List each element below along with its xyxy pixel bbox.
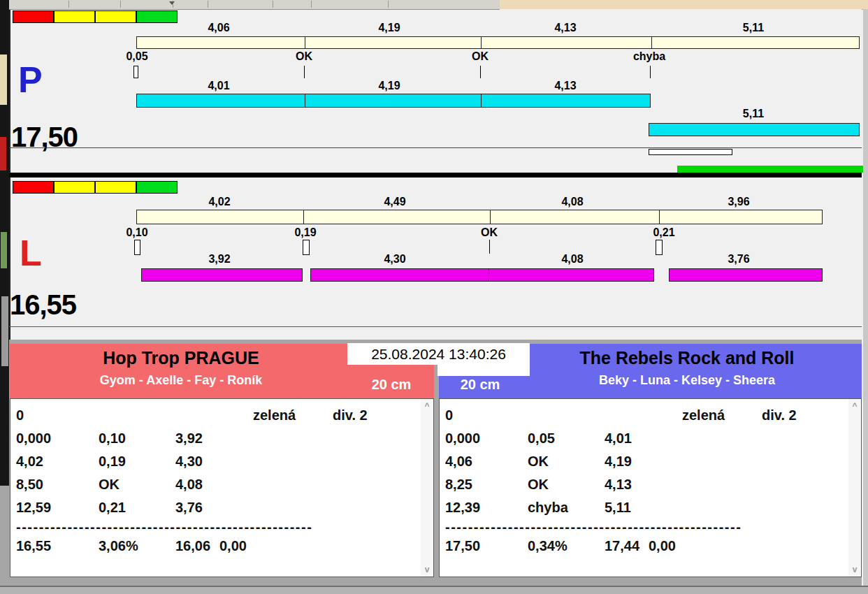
status-square-yellow — [95, 10, 136, 23]
log-row: 0 zelená div. 2 — [440, 407, 861, 426]
segment-bar-divider — [659, 210, 660, 224]
log-cell: 0 — [445, 407, 453, 423]
log-cell: 4,01 — [605, 430, 632, 447]
toolbar-segment-divider — [388, 1, 389, 8]
log-cell: 3,92 — [175, 430, 203, 447]
check-label: chyba — [614, 50, 684, 63]
scroll-down-icon[interactable]: v — [848, 565, 861, 574]
scrollbar[interactable]: ^ v — [848, 399, 861, 577]
segment-label: 4,49 — [360, 196, 430, 208]
scroll-down-icon[interactable]: v — [421, 565, 433, 574]
team-name: The Rebels Rock and Roll — [519, 348, 855, 368]
log-cell: 0,21 — [99, 500, 126, 516]
segment-bar-divider — [481, 37, 482, 48]
log-row: 0,000 0,05 4,01 — [440, 430, 861, 449]
check-tick-line — [650, 66, 651, 78]
score-log[interactable]: 0 zelená div. 2 0,000 0,05 4,01 4,06 OK … — [439, 398, 862, 577]
log-cell: 3,76 — [175, 500, 203, 516]
log-cell: 0,00 — [649, 538, 676, 554]
log-cell: 0,000 — [16, 430, 51, 447]
segment-label: 4,06 — [184, 22, 254, 34]
log-row: 12,39 chyba 5,11 — [440, 500, 861, 518]
log-cell: OK — [528, 454, 549, 470]
scrollbar[interactable]: ^ v — [421, 399, 433, 577]
time-label: 4,13 — [530, 80, 600, 92]
check-label: 0,19 — [270, 226, 340, 239]
check-label: OK — [445, 50, 515, 63]
check-tick-box — [134, 240, 140, 255]
log-row: 0 zelená div. 2 — [10, 407, 433, 426]
check-label: 0,10 — [102, 226, 172, 239]
background-window-strip — [0, 0, 9, 594]
app-window: 4,06 4,19 4,13 5,11 0,05 OK OK chyba P 4… — [0, 0, 868, 594]
segment-label: 3,96 — [704, 196, 774, 208]
log-cell: 4,06 — [445, 454, 472, 470]
status-square-red — [13, 181, 54, 194]
log-cell: div. 2 — [762, 407, 797, 423]
segment-bar-divider — [490, 210, 491, 224]
time-bar — [489, 268, 654, 282]
background-fragment — [0, 486, 9, 594]
log-cell: 4,08 — [175, 477, 203, 493]
log-row: 4,02 0,19 4,30 — [10, 454, 433, 472]
time-label: 4,08 — [537, 253, 607, 266]
team-members: Gyom - Axelle - Fay - Roník — [10, 373, 352, 388]
status-square-green — [136, 10, 178, 23]
log-divider-row: ----------------------------------------… — [10, 519, 433, 537]
section-divider — [9, 173, 862, 178]
time-bar — [136, 94, 651, 108]
time-bar-divider — [481, 94, 482, 107]
time-label: 3,92 — [185, 253, 254, 266]
log-cell: 8,25 — [445, 477, 472, 493]
team-name: Hop Trop PRAGUE — [10, 348, 352, 368]
background-titlebar — [500, 0, 868, 9]
time-label: 4,01 — [184, 80, 254, 92]
log-cell: 0 — [16, 407, 24, 423]
score-log[interactable]: 0 zelená div. 2 0,000 0,10 3,92 4,02 0,1… — [10, 398, 434, 577]
window-bottom-strip — [0, 586, 868, 594]
log-cell: ----------------------------------------… — [445, 519, 742, 535]
log-divider-row: ----------------------------------------… — [440, 519, 861, 537]
log-row: 4,06 OK 4,19 — [440, 454, 861, 472]
segment-label: 4,02 — [185, 196, 254, 208]
status-square-yellow — [95, 181, 136, 194]
toolbar-segment-divider — [273, 1, 273, 8]
log-cell: 17,44 — [605, 538, 639, 554]
log-cell: 12,59 — [16, 500, 51, 516]
time-bar — [310, 268, 489, 282]
segment-label: 4,19 — [354, 22, 424, 34]
log-cell: 0,00 — [219, 538, 247, 554]
toolbar-segment-divider — [120, 1, 121, 8]
check-tick-line — [480, 66, 481, 78]
log-cell: OK — [528, 477, 549, 493]
check-label: 0,21 — [629, 226, 699, 239]
log-cell: 17,50 — [445, 538, 480, 554]
time-label: 4,19 — [354, 80, 424, 92]
team-members: Beky - Luna - Kelsey - Sheera — [519, 373, 855, 388]
log-cell: 3,06% — [99, 538, 138, 554]
overflow-bar — [649, 123, 860, 136]
log-cell: 5,11 — [605, 500, 631, 516]
scroll-up-icon[interactable]: ^ — [848, 402, 861, 410]
segment-bar-divider — [651, 37, 652, 48]
log-totals-row: 16,55 3,06% 16,06 0,00 — [10, 538, 433, 556]
status-square-yellow — [54, 10, 95, 23]
log-cell: div. 2 — [333, 407, 368, 423]
log-cell: 0,19 — [99, 454, 126, 470]
log-cell: 4,30 — [175, 454, 203, 470]
check-tick-box — [133, 66, 138, 78]
log-cell: 16,06 — [175, 538, 210, 554]
background-fragment — [0, 137, 6, 171]
log-cell: 0,000 — [445, 430, 480, 447]
toolbar-dropdown-icon — [169, 1, 175, 5]
status-square-green — [136, 181, 178, 194]
segment-bar — [136, 36, 860, 49]
status-square-red — [13, 10, 54, 23]
log-cell: 4,13 — [605, 477, 632, 493]
panel-divider-line — [9, 147, 862, 148]
log-cell: 0,34% — [528, 538, 567, 554]
time-label: 3,76 — [704, 253, 774, 266]
background-fragment — [1, 232, 7, 268]
log-row: 12,59 0,21 3,76 — [10, 500, 433, 518]
scroll-up-icon[interactable]: ^ — [421, 402, 433, 410]
